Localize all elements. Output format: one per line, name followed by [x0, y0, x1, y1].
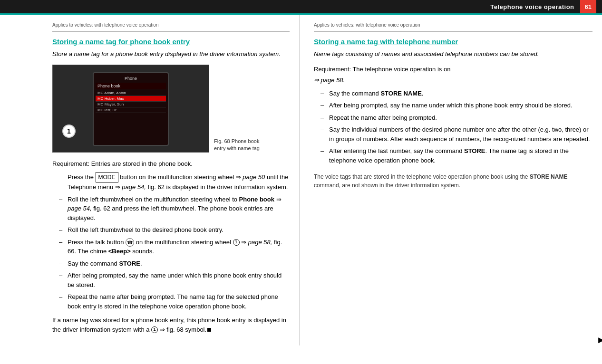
- right-sep: [314, 31, 592, 32]
- right-dash-5: –: [320, 146, 326, 165]
- phone-entry-3: MC Mayer, Sun: [96, 102, 166, 107]
- figure-image: Phone Phone book MC Adam, Anton MC Huber…: [52, 65, 209, 153]
- phone-submenu: Phone book: [96, 83, 166, 89]
- dash-7: –: [59, 292, 65, 311]
- left-section-title: Storing a name tag for phone book entry: [52, 38, 290, 46]
- right-applies-label: Applies to vehicles: with telephone voic…: [314, 22, 592, 28]
- bullet-2: – Roll the left thumbwheel on the multif…: [52, 195, 290, 223]
- dash-2: –: [59, 195, 65, 223]
- figure-container: Phone Phone book MC Adam, Anton MC Huber…: [52, 65, 290, 153]
- left-subtitle: Store a name tag for a phone book entry …: [52, 49, 290, 59]
- bullet-1: – Press the MODE button on the multifunc…: [52, 172, 290, 192]
- dash-3: –: [59, 225, 65, 235]
- right-dash-4: –: [320, 125, 326, 144]
- left-applies-label: Applies to vehicles: with telephone voic…: [52, 22, 290, 28]
- left-sep: [52, 31, 290, 32]
- circle-badge-inline: 1: [151, 326, 158, 333]
- right-subtitle: Name tags consisting of names and associ…: [314, 49, 592, 59]
- header-title: Telephone voice operation: [490, 3, 574, 10]
- right-bullet-4-text: Say the individual numbers of the desire…: [329, 125, 592, 144]
- right-dash-3: –: [320, 113, 326, 123]
- dash-4: –: [59, 238, 65, 256]
- right-bullet-2-text: After being prompted, say the name under…: [329, 101, 592, 110]
- info-text: If a name tag was stored for a phone boo…: [52, 316, 290, 334]
- stop-symbol: [207, 328, 211, 332]
- figure-circle-badge: 1: [62, 125, 76, 138]
- bullet-6: – After being prompted, say the name und…: [52, 271, 290, 289]
- next-page-arrow[interactable]: ►: [596, 335, 602, 345]
- phone-entry-4: MC last, Dr.: [96, 107, 166, 113]
- bullet-5-text: Say the command STORE.: [68, 259, 290, 268]
- dash-1: –: [59, 172, 65, 192]
- bullet-2-text: Roll the left thumbwheel on the multifun…: [68, 195, 290, 223]
- right-dash-1: –: [320, 89, 326, 98]
- phone-header-text: Phone: [96, 75, 166, 82]
- page-number: 61: [580, 0, 596, 13]
- dash-6: –: [59, 271, 65, 289]
- footer-store-name: STORE NAME: [530, 173, 568, 180]
- footer-note: The voice tags that are stored in the te…: [314, 172, 592, 190]
- bullet-4-text: Press the talk button ☎ on the multifunc…: [68, 238, 290, 256]
- phone-entry-selected: MC Huber, Max: [96, 96, 166, 102]
- figure-caption: Fig. 68 Phone book entry with name tag: [214, 138, 260, 153]
- bullet-7: – Repeat the name after being prompted. …: [52, 292, 290, 311]
- right-column: Applies to vehicles: with telephone voic…: [300, 15, 602, 345]
- right-bullet-2: – After being prompted, say the name und…: [314, 101, 592, 110]
- bullet-5: – Say the command STORE.: [52, 259, 290, 268]
- page-header: Telephone voice operation 61: [0, 0, 602, 13]
- mode-button-label: MODE: [96, 172, 118, 182]
- bullet-7-text: Repeat the name after being prompted. Th…: [68, 292, 290, 311]
- right-bullet-5-text: After entering the last number, say the …: [329, 146, 592, 165]
- bullet-6-text: After being prompted, say the name under…: [68, 271, 290, 289]
- right-bullet-3-text: Repeat the name after being prompted.: [329, 113, 592, 123]
- right-requirement: Requirement: The telephone voice operati…: [314, 65, 592, 74]
- left-column: Applies to vehicles: with telephone voic…: [0, 15, 300, 345]
- phone-screen: Phone Phone book MC Adam, Anton MC Huber…: [93, 72, 169, 146]
- right-bullet-3: – Repeat the name after being prompted.: [314, 113, 592, 123]
- talk-button-icon: ☎: [126, 238, 134, 247]
- dash-5: –: [59, 259, 65, 268]
- right-bullet-1: – Say the command STORE NAME.: [314, 89, 592, 98]
- bullet-3-text: Roll the left thumbwheel to the desired …: [68, 225, 290, 235]
- circle-1-icon: 1: [233, 239, 240, 246]
- requirement-text: Requirement: Entries are stored in the p…: [52, 159, 290, 169]
- bullet-1-text: Press the MODE button on the multifuncti…: [68, 172, 290, 192]
- phone-entry-1: MC Adam, Anton: [96, 90, 166, 96]
- right-dash-2: –: [320, 101, 326, 110]
- right-bullet-1-text: Say the command STORE NAME.: [329, 89, 592, 98]
- right-section-title: Storing a name tag with telephone number: [314, 38, 592, 46]
- right-req-page: ⇒ page 58.: [314, 76, 592, 85]
- main-content: Applies to vehicles: with telephone voic…: [0, 15, 602, 345]
- bullet-3: – Roll the left thumbwheel to the desire…: [52, 225, 290, 235]
- bullet-4: – Press the talk button ☎ on the multifu…: [52, 238, 290, 256]
- right-bullet-4: – Say the individual numbers of the desi…: [314, 125, 592, 144]
- right-bullet-5: – After entering the last number, say th…: [314, 146, 592, 165]
